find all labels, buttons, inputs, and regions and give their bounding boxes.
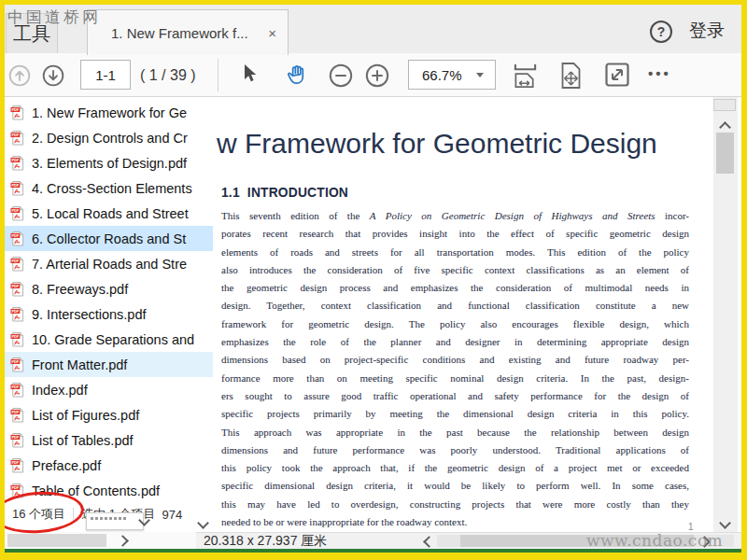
help-glyph: ? — [657, 24, 666, 39]
pdf-file-icon: PDF — [10, 457, 24, 473]
pdf-file-icon: PDF — [10, 306, 24, 322]
list-item[interactable]: PDF 7. Arterial Roads and Stre — [5, 251, 213, 276]
page-input[interactable] — [80, 60, 131, 90]
svg-text:PDF: PDF — [11, 284, 19, 288]
list-item[interactable]: PDF Preface.pdf — [5, 453, 213, 478]
file-name: List of Figures.pdf — [32, 408, 139, 423]
paragraph-line: also introduces the consideration of fiv… — [221, 261, 689, 279]
svg-text:PDF: PDF — [11, 334, 19, 339]
pdf-file-icon: PDF — [10, 407, 24, 423]
yellow-frame-bottom — [0, 553, 747, 560]
svg-text:PDF: PDF — [11, 133, 19, 137]
scrollbar-thumb[interactable] — [7, 534, 106, 547]
paragraph-line: design. Together, context classification… — [221, 297, 689, 315]
paragraph-line: porates recent research that provides in… — [221, 225, 689, 243]
list-item[interactable]: PDF Front Matter.pdf — [5, 352, 213, 377]
file-name: 2. Design Controls and Cr — [32, 131, 188, 146]
pdf-file-icon: PDF — [10, 357, 24, 372]
pdf-file-icon: PDF — [10, 180, 24, 196]
list-item[interactable]: PDF Index.pdf — [5, 377, 213, 402]
paragraph-line: the geometric design process and emphasi… — [221, 279, 689, 297]
tab-bar: 工具 1. New Framework f... × ? 登录 — [5, 5, 741, 54]
paragraph-line: needed to be or were inappropriate for t… — [221, 513, 689, 531]
pdf-file-icon: PDF — [10, 256, 24, 272]
fullscreen-button[interactable] — [605, 63, 629, 87]
list-item[interactable]: PDF List of Tables.pdf — [5, 427, 213, 453]
next-page-button[interactable] — [42, 64, 64, 87]
background-popup — [86, 512, 144, 530]
yellow-frame-top — [0, 0, 747, 5]
pdf-file-icon: PDF — [10, 105, 24, 120]
file-name: 10. Grade Separations and — [32, 332, 194, 347]
scrollbar-thumb[interactable] — [716, 133, 734, 174]
document-title: w Framework for Geometric Design — [217, 128, 657, 160]
paragraph-line: dimensions based on project-specific con… — [221, 351, 689, 369]
more-options-button[interactable]: ••• — [648, 65, 671, 81]
sidebar: PDF 1. New Framework for Ge PDF 2. Desig… — [5, 97, 213, 553]
pdf-file-icon: PDF — [10, 281, 24, 297]
paragraph-line: dimensions and future performance was po… — [221, 441, 689, 459]
hand-tool-icon[interactable] — [285, 63, 310, 88]
paragraph-line: This approach was appropriate in the pas… — [221, 424, 689, 441]
svg-text:PDF: PDF — [11, 460, 19, 465]
paragraph-line: This seventh edition of the A Policy on … — [221, 207, 689, 225]
pdf-file-icon: PDF — [10, 231, 24, 246]
scroll-left-icon[interactable] — [423, 536, 435, 548]
tab-close-icon[interactable]: × — [268, 25, 276, 41]
help-icon[interactable]: ? — [650, 21, 672, 43]
zoom-level-dropdown[interactable]: 66.7% — [408, 60, 496, 90]
svg-text:PDF: PDF — [11, 385, 19, 389]
file-name: Front Matter.pdf — [32, 357, 127, 372]
list-item[interactable]: PDF 4. Cross-Section Elements — [5, 175, 213, 201]
file-name: 8. Freeways.pdf — [32, 282, 128, 297]
file-name: Index.pdf — [32, 383, 88, 398]
pdf-file-icon: PDF — [10, 382, 24, 398]
section-heading: 1.1 INTRODUCTION — [221, 186, 348, 200]
svg-text:PDF: PDF — [11, 309, 19, 314]
list-item[interactable]: PDF 2. Design Controls and Cr — [5, 125, 213, 150]
svg-text:PDF: PDF — [11, 435, 19, 440]
list-item[interactable]: PDF 8. Freeways.pdf — [5, 276, 213, 301]
page-count-indicator: ( 1 / 39 ) — [140, 67, 196, 84]
scrollbar-top-button[interactable] — [713, 99, 736, 111]
file-list: PDF 1. New Framework for Ge PDF 2. Desig… — [5, 100, 213, 503]
list-item[interactable]: PDF 9. Intersections.pdf — [5, 301, 213, 327]
fit-page-button[interactable] — [559, 62, 583, 90]
zoom-out-button[interactable] — [329, 63, 353, 88]
svg-text:PDF: PDF — [11, 485, 19, 490]
list-item[interactable]: PDF 1. New Framework for Ge — [5, 100, 213, 125]
list-item[interactable]: PDF 5. Local Roads and Street — [5, 201, 213, 226]
list-item[interactable]: PDF 3. Elements of Design.pdf — [5, 150, 213, 175]
italic-book-title: A Policy on Geometric Design of Highways… — [370, 210, 655, 221]
yellow-frame-left — [0, 0, 5, 560]
pdf-file-icon: PDF — [10, 432, 24, 448]
file-name: 5. Local Roads and Street — [32, 206, 189, 221]
toolbar: ( 1 / 39 ) 66.7% ••• — [5, 53, 741, 97]
paragraph-line: formance more than on meeting specific n… — [221, 370, 689, 387]
file-name: Preface.pdf — [32, 458, 101, 473]
scroll-right-icon[interactable] — [117, 535, 129, 547]
svg-text:PDF: PDF — [11, 158, 19, 162]
file-name: 3. Elements of Design.pdf — [32, 156, 187, 171]
login-button[interactable]: 登录 — [689, 19, 725, 43]
sidebar-horizontal-scrollbar[interactable] — [5, 532, 201, 549]
svg-text:PDF: PDF — [11, 359, 19, 364]
document-pane: w Framework for Geometric Design 1.1 INT… — [213, 97, 741, 553]
list-item[interactable]: PDF 10. Grade Separations and — [5, 327, 213, 352]
page-size: 20.318 x 27.937 厘米 — [204, 533, 327, 549]
list-item[interactable]: PDF List of Figures.pdf — [5, 402, 213, 427]
paragraph-line: ers sought to assure good traffic operat… — [221, 387, 689, 405]
page-input-box — [80, 60, 131, 90]
zoom-in-button[interactable] — [365, 63, 389, 88]
document-tab[interactable]: 1. New Framework f... × — [87, 9, 289, 55]
file-name: 9. Intersections.pdf — [32, 307, 147, 322]
list-item[interactable]: PDF 6. Collector Roads and St — [5, 226, 213, 251]
fit-width-button[interactable] — [513, 62, 538, 89]
paragraph-line: this may have led to overdesign, constru… — [221, 496, 689, 513]
file-name: 6. Collector Roads and St — [32, 231, 186, 246]
select-tool-icon[interactable] — [241, 63, 258, 85]
previous-page-button[interactable] — [8, 64, 31, 87]
svg-text:PDF: PDF — [11, 107, 19, 112]
paragraph-line: emphasizes the role of the planner and d… — [221, 333, 689, 351]
paragraph-line: specific dimensional design criteria, it… — [221, 477, 689, 495]
